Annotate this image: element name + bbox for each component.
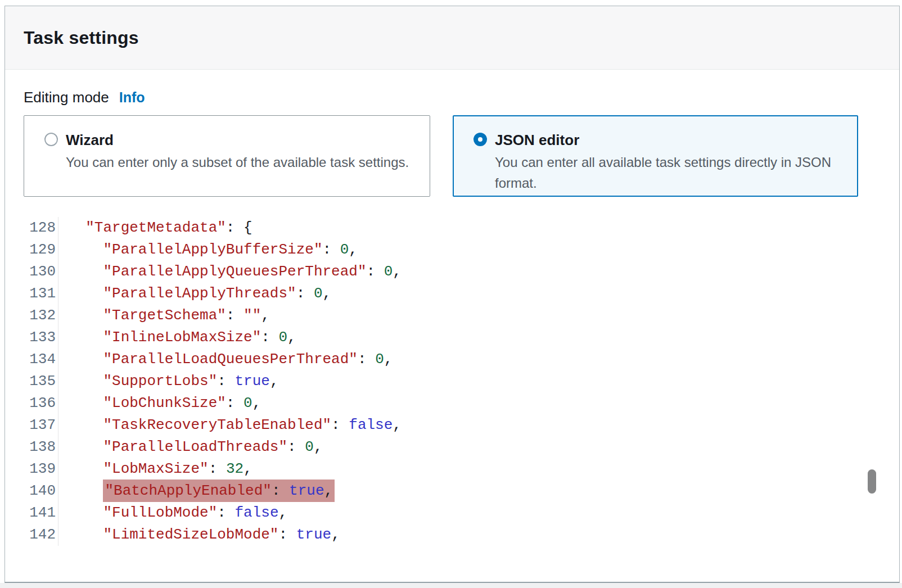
json-code-editor[interactable]: 128 "TargetMetadata": {129 "ParallelAppl… (24, 217, 899, 546)
line-number: 138 (24, 436, 58, 458)
code-line-text: "TargetMetadata": { (58, 219, 252, 236)
wizard-option-description: You can enter only a subset of the avail… (66, 152, 409, 173)
wizard-option-text: Wizard You can enter only a subset of th… (66, 130, 409, 173)
code-line[interactable]: 132 "TargetSchema": "", (24, 305, 899, 327)
line-number: 140 (24, 480, 58, 502)
line-number: 130 (24, 261, 58, 283)
code-line-text: "LobMaxSize": 32, (58, 460, 252, 477)
code-line[interactable]: 129 "ParallelApplyBufferSize": 0, (24, 239, 899, 261)
panel-header: Task settings (5, 6, 899, 70)
code-line[interactable]: 133 "InlineLobMaxSize": 0, (24, 327, 899, 349)
json-editor-option-card[interactable]: JSON editor You can enter all available … (453, 115, 858, 197)
scrollbar-thumb[interactable] (868, 469, 876, 494)
line-number: 132 (24, 305, 58, 327)
code-line-text: "TargetSchema": "", (58, 307, 270, 324)
panel-body: Editing mode Info Wizard You can enter o… (5, 88, 899, 546)
wizard-option-label: Wizard (66, 130, 409, 150)
json-editor-option-label: JSON editor (495, 130, 839, 150)
json-editor-option-description: You can enter all available task setting… (495, 152, 839, 193)
code-line[interactable]: 131 "ParallelApplyThreads": 0, (24, 283, 899, 305)
code-line[interactable]: 141 "FullLobMode": false, (24, 502, 899, 524)
code-line[interactable]: 137 "TaskRecoveryTableEnabled": false, (24, 414, 899, 436)
line-number: 133 (24, 327, 58, 349)
code-line[interactable]: 140 "BatchApplyEnabled": true, (24, 480, 899, 502)
editing-mode-options: Wizard You can enter only a subset of th… (24, 115, 899, 197)
line-number: 141 (24, 502, 58, 524)
code-line-text: "InlineLobMaxSize": 0, (58, 329, 296, 346)
radio-unselected-icon[interactable] (44, 133, 58, 146)
editing-mode-label: Editing mode (24, 89, 109, 106)
line-number: 135 (24, 370, 58, 392)
line-number: 128 (24, 217, 58, 239)
code-line-text: "ParallelLoadThreads": 0, (58, 438, 323, 455)
code-line-text: "ParallelApplyThreads": 0, (58, 285, 331, 302)
json-editor-option-text: JSON editor You can enter all available … (495, 130, 839, 193)
line-number: 136 (24, 392, 58, 414)
code-line-text: "ParallelApplyBufferSize": 0, (58, 241, 358, 258)
code-line-text: "ParallelLoadQueuesPerThread": 0, (58, 351, 393, 368)
code-line-text: "LimitedSizeLobMode": true, (58, 526, 340, 543)
task-settings-panel: Task settings Editing mode Info Wizard Y… (4, 6, 900, 583)
code-line[interactable]: 134 "ParallelLoadQueuesPerThread": 0, (24, 349, 899, 370)
code-line[interactable]: 135 "SupportLobs": true, (24, 370, 899, 392)
code-line-text: "SupportLobs": true, (58, 373, 279, 390)
radio-selected-icon[interactable] (473, 133, 487, 146)
code-line[interactable]: 138 "ParallelLoadThreads": 0, (24, 436, 899, 458)
line-number: 137 (24, 414, 58, 436)
code-line[interactable]: 136 "LobChunkSize": 0, (24, 392, 899, 414)
code-line[interactable]: 128 "TargetMetadata": { (24, 217, 899, 239)
line-number: 142 (24, 524, 58, 546)
wizard-option-card[interactable]: Wizard You can enter only a subset of th… (24, 115, 430, 197)
page-title: Task settings (24, 28, 139, 48)
code-line-text: "LobChunkSize": 0, (58, 395, 261, 411)
code-line-text: "FullLobMode": false, (58, 504, 287, 521)
highlighted-code: "BatchApplyEnabled": true, (103, 480, 335, 502)
line-number: 129 (24, 239, 58, 261)
info-link[interactable]: Info (119, 89, 145, 106)
line-number: 134 (24, 349, 58, 370)
code-line[interactable]: 130 "ParallelApplyQueuesPerThread": 0, (24, 261, 899, 283)
line-number: 131 (24, 283, 58, 305)
code-line[interactable]: 139 "LobMaxSize": 32, (24, 458, 899, 480)
code-line[interactable]: 142 "LimitedSizeLobMode": true, (24, 524, 899, 546)
page-background-strip (0, 583, 902, 588)
line-number: 139 (24, 458, 58, 480)
code-line-text: "TaskRecoveryTableEnabled": false, (58, 417, 402, 433)
code-line-text: "ParallelApplyQueuesPerThread": 0, (58, 263, 402, 280)
editing-mode-row: Editing mode Info (24, 88, 899, 106)
code-line-text: "BatchApplyEnabled": true, (58, 482, 335, 499)
